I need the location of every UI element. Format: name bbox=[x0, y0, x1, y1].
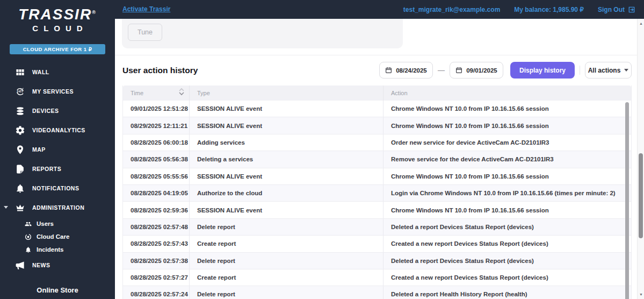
cell-action: Created a new report Devices Status Repo… bbox=[383, 269, 631, 286]
cell-action: Remove service for the device ActiveCam … bbox=[383, 151, 631, 167]
notifications-icon bbox=[15, 183, 25, 194]
cell-type: Deleting a services bbox=[190, 151, 383, 167]
tune-button[interactable]: Tune bbox=[128, 24, 162, 41]
cloud-care-icon bbox=[25, 233, 32, 240]
column-header-action[interactable]: Action bbox=[383, 86, 631, 101]
sidebar-item-reports[interactable]: REPORTS bbox=[0, 159, 115, 179]
table-row[interactable]: 08/28/2025 05:56:38 ... Deleting a servi… bbox=[123, 151, 631, 168]
cell-action: Chrome Windows NT 10.0 from IP 10.16.15.… bbox=[383, 168, 631, 184]
online-store-link[interactable]: Online Store bbox=[0, 286, 115, 294]
administration-icon bbox=[15, 203, 25, 213]
incidents-icon bbox=[25, 246, 32, 253]
cell-action: Deleted a report Devices Status Report (… bbox=[383, 219, 631, 235]
table-row[interactable]: 09/01/2025 12:51:28 ... SESSION ALIVE ev… bbox=[123, 101, 631, 117]
cell-time: 08/28/2025 04:19:05 ... bbox=[123, 185, 190, 201]
page-title: User action history bbox=[122, 66, 379, 75]
cell-time: 08/28/2025 02:57:43 ... bbox=[123, 236, 190, 252]
table-row[interactable]: 08/29/2025 12:11:21 ... SESSION ALIVE ev… bbox=[123, 117, 631, 134]
cell-time: 08/28/2025 02:57:24 ... bbox=[123, 286, 190, 299]
sidebar: TRASSIR® CLOUD CLOUD ARCHIVE FOR 1 ₽ WAL… bbox=[0, 0, 115, 299]
calendar-icon bbox=[385, 67, 392, 74]
sidebar-item-incidents[interactable]: Incidents bbox=[0, 243, 115, 256]
sort-icon[interactable] bbox=[179, 88, 184, 96]
sidebar-item-my-services[interactable]: 24/7 MY SERVICES bbox=[0, 82, 115, 101]
cell-time: 08/28/2025 02:59:36 ... bbox=[123, 202, 190, 218]
table-row[interactable]: 08/28/2025 05:55:56 ... SESSION ALIVE ev… bbox=[123, 168, 631, 185]
date-to-input[interactable]: 09/01/2025 bbox=[450, 62, 503, 79]
sidebar-item-news[interactable]: NEWS bbox=[0, 256, 115, 274]
table-body: 09/01/2025 12:51:28 ... SESSION ALIVE ev… bbox=[123, 101, 631, 299]
reports-icon bbox=[15, 164, 25, 174]
sidebar-item-wall[interactable]: WALL bbox=[0, 62, 115, 82]
table-row[interactable]: 08/28/2025 02:57:27 ... Create report Cr… bbox=[123, 269, 631, 286]
table-scrollbar-thumb[interactable] bbox=[625, 102, 629, 299]
administration-subnav: Users Cloud Care Incidents bbox=[0, 217, 115, 256]
sidebar-nav: WALL 24/7 MY SERVICES DEVICES VIDEOANALY… bbox=[0, 62, 115, 274]
cloud-archive-button[interactable]: CLOUD ARCHIVE FOR 1 ₽ bbox=[10, 44, 105, 54]
cell-type: Create report bbox=[190, 236, 383, 252]
scrollbar-up-arrow[interactable]: ▲ bbox=[639, 21, 643, 26]
sidebar-item-cloud-care[interactable]: Cloud Care bbox=[0, 230, 115, 243]
page-scrollbar[interactable]: ▲ ▼ bbox=[637, 19, 644, 299]
cell-type: SESSION ALIVE event bbox=[190, 202, 383, 218]
logo-cloud-text: CLOUD bbox=[5, 24, 115, 32]
balance-link[interactable]: My balance: 1,985.90 ₽ bbox=[514, 6, 584, 13]
table-row[interactable]: 08/28/2025 02:59:36 ... SESSION ALIVE ev… bbox=[123, 202, 631, 218]
sidebar-item-notifications[interactable]: NOTIFICATIONS bbox=[0, 179, 115, 198]
sidebar-item-videoanalytics[interactable]: VIDEOANALYTICS bbox=[0, 120, 115, 140]
cell-type: SESSION ALIVE event bbox=[190, 117, 383, 133]
scrollbar-thumb[interactable] bbox=[639, 153, 643, 238]
page-header-row: User action history 08/24/2025 — 09/01/2… bbox=[122, 62, 632, 79]
top-bar-right: test_migrate_rik@example.com My balance:… bbox=[403, 0, 635, 19]
activate-trassir-link[interactable]: Activate Trassir bbox=[122, 0, 170, 19]
cell-action: Deleted a report Devices Status Report (… bbox=[383, 253, 631, 269]
sidebar-item-users[interactable]: Users bbox=[0, 217, 115, 230]
display-history-button[interactable]: Display history bbox=[510, 62, 575, 79]
sidebar-item-map[interactable]: MAP bbox=[0, 140, 115, 159]
cell-type: Authorize to the cloud bbox=[190, 185, 383, 201]
chevron-down-icon bbox=[624, 69, 628, 72]
cell-action: Order new service for device ActiveCam A… bbox=[383, 134, 631, 151]
videoanalytics-icon bbox=[15, 125, 25, 136]
table-row[interactable]: 08/28/2025 06:00:18 ... Adding services … bbox=[123, 134, 631, 151]
sidebar-item-administration[interactable]: ADMINISTRATION bbox=[0, 198, 115, 217]
cell-action: Chrome Windows NT 10.0 from IP 10.16.15.… bbox=[383, 117, 631, 133]
table-row[interactable]: 08/28/2025 02:57:38 ... Delete report De… bbox=[123, 253, 631, 269]
column-header-time[interactable]: Time bbox=[123, 86, 190, 101]
chevron-down-icon[interactable] bbox=[4, 206, 8, 209]
cell-action: Chrome Windows NT 10.0 from IP 10.16.15.… bbox=[383, 101, 631, 117]
sidebar-item-devices[interactable]: DEVICES bbox=[0, 101, 115, 120]
section-divider bbox=[115, 55, 644, 55]
user-action-history-table: Time Type Action 09/01/2025 12:51:28 ...… bbox=[122, 86, 632, 299]
account-email-link[interactable]: test_migrate_rik@example.com bbox=[403, 6, 500, 13]
date-from-input[interactable]: 08/24/2025 bbox=[379, 62, 433, 79]
column-header-type[interactable]: Type bbox=[190, 86, 383, 101]
devices-icon bbox=[15, 106, 25, 116]
cell-time: 08/29/2025 12:11:21 ... bbox=[123, 117, 190, 133]
calendar-icon bbox=[455, 67, 462, 74]
table-row[interactable]: 08/28/2025 04:19:05 ... Authorize to the… bbox=[123, 185, 631, 202]
cell-action: Created a new report Devices Status Repo… bbox=[383, 236, 631, 252]
news-icon bbox=[15, 260, 25, 270]
actions-filter-dropdown[interactable]: All actions bbox=[585, 62, 632, 79]
sign-out-button[interactable]: Sign Out bbox=[598, 6, 635, 13]
map-icon bbox=[15, 145, 25, 155]
table-row[interactable]: 08/28/2025 02:57:24 ... Delete report De… bbox=[123, 286, 631, 299]
cell-type: Delete report bbox=[190, 286, 383, 299]
cell-time: 08/28/2025 02:57:38 ... bbox=[123, 253, 190, 269]
table-row[interactable]: 08/28/2025 02:57:43 ... Create report Cr… bbox=[123, 236, 631, 252]
table-row[interactable]: 08/28/2025 02:57:48 ... Delete report De… bbox=[123, 219, 631, 236]
cell-action: Chrome Windows NT 10.0 from IP 10.16.15.… bbox=[383, 202, 631, 218]
cell-type: Adding services bbox=[190, 134, 383, 151]
wall-icon bbox=[15, 67, 25, 77]
table-header-row: Time Type Action bbox=[123, 86, 631, 101]
cell-action: Login via Chrome Windows NT 10.0 from IP… bbox=[383, 185, 631, 201]
cell-action: Deleted a report Health History Report (… bbox=[383, 286, 631, 299]
svg-text:24/7: 24/7 bbox=[17, 90, 23, 93]
cell-time: 08/28/2025 05:56:38 ... bbox=[123, 151, 190, 167]
cell-time: 08/28/2025 02:57:48 ... bbox=[123, 219, 190, 235]
cell-type: Create report bbox=[190, 269, 383, 286]
toolbar-divider bbox=[580, 66, 580, 75]
scrollbar-down-arrow[interactable]: ▼ bbox=[639, 292, 643, 297]
trassir-cloud-logo: TRASSIR® CLOUD bbox=[0, 7, 115, 32]
